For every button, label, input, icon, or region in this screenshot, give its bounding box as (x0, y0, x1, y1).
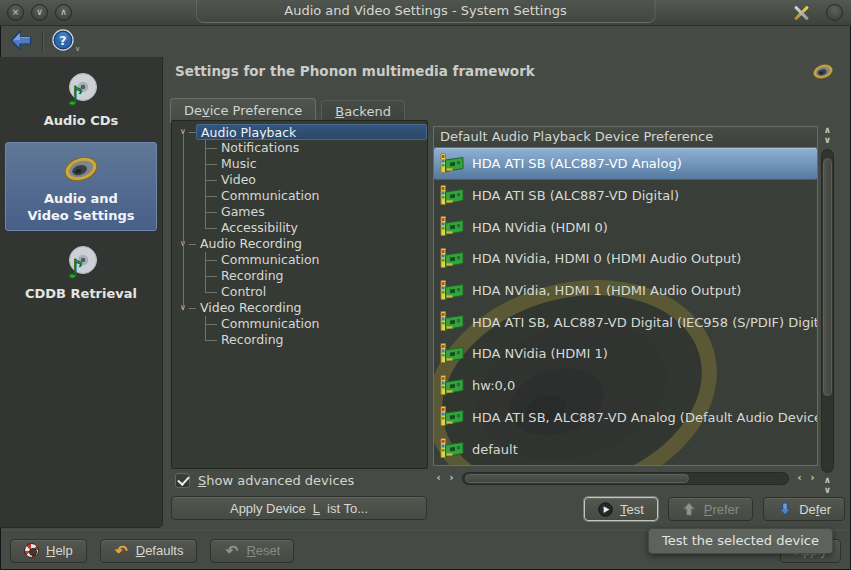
tree-item-notifications[interactable]: Notifications (205, 140, 427, 156)
device-label: HDA ATI SB, ALC887-VD Analog (Default Au… (472, 410, 817, 425)
svg-text:♪: ♪ (67, 254, 84, 283)
defer-button[interactable]: Defer (763, 497, 845, 521)
tree-group-label[interactable]: Audio Playback (196, 124, 427, 140)
horizontal-scrollbar[interactable]: ‹ › ‹ › (433, 470, 818, 486)
tree-group[interactable]: ∨Audio Recording (172, 236, 427, 252)
tooltip: Test the selected device (648, 528, 833, 554)
toolbar-separator (42, 32, 43, 52)
cd-icon: ♪ (61, 72, 101, 110)
tree-item-games[interactable]: Games (205, 204, 427, 220)
device-label: HDA NVidia (HDMI 0) (472, 220, 608, 235)
defaults-button[interactable]: ↶Defaults (100, 539, 198, 563)
tree-group-label[interactable]: Audio Recording (196, 236, 427, 252)
device-row[interactable]: HDA ATI SB (ALC887-VD Digital) (434, 180, 817, 212)
close-icon[interactable]: × (7, 4, 24, 21)
category-tree[interactable]: ∨Audio PlaybackNotificationsMusicVideoCo… (171, 120, 428, 469)
tree-item-control[interactable]: Control (205, 284, 427, 300)
device-row[interactable]: HDA ATI SB, ALC887-VD Digital (IEC958 (S… (434, 306, 817, 338)
device-rows: HDA ATI SB (ALC887-VD Analog)HDA ATI SB … (434, 148, 817, 466)
sidebar-item-audio-and-video-settings[interactable]: Audio and Video Settings (5, 142, 157, 231)
scroll-down-icon[interactable]: ∨ (820, 136, 835, 146)
tree-guide (189, 244, 196, 245)
device-list-header: Default Audio Playback Device Preference (434, 127, 817, 148)
toolbar: ? ∨ (0, 26, 851, 57)
tree-item-communication[interactable]: Communication (205, 252, 427, 268)
tree-item-communication[interactable]: Communication (205, 188, 427, 204)
device-label: HDA NVidia, HDMI 1 (HDMI Audio Output) (472, 283, 741, 298)
scroll-right-icon[interactable]: › (446, 471, 457, 485)
scroll-left-icon[interactable]: ‹ (433, 471, 444, 485)
device-row[interactable]: HDA NVidia, HDMI 1 (HDMI Audio Output) (434, 275, 817, 307)
device-row[interactable]: HDA ATI SB (ALC887-VD Analog) (434, 148, 817, 180)
scroll-down-icon[interactable]: ∨ (820, 486, 835, 496)
tree-guide (189, 308, 196, 309)
device-label: HDA ATI SB, ALC887-VD Digital (IEC958 (S… (472, 315, 817, 330)
soundcard-icon (438, 215, 464, 239)
caret-down-icon: ∨ (75, 45, 80, 53)
help-contents-icon: ? (52, 29, 74, 54)
sidebar-item-label: Audio and Video Settings (25, 191, 137, 224)
device-row[interactable]: HDA NVidia (HDMI 1) (434, 338, 817, 370)
horizontal-scrollbar-thumb[interactable] (465, 474, 689, 483)
apply-device-list-to-button[interactable]: Apply Device List To... (171, 496, 427, 520)
window-menu-button[interactable] (826, 4, 843, 21)
tree-children: CommunicationRecordingControl (205, 252, 427, 300)
button-label: Defer (799, 502, 831, 517)
checkbox-checked-icon[interactable] (175, 473, 190, 488)
device-row[interactable]: HDA ATI SB, ALC887-VD Analog (Default Au… (434, 402, 817, 434)
soundcard-icon (438, 247, 464, 271)
button-label: Defaults (136, 543, 184, 558)
sidebar-item-cddb-retrieval[interactable]: ♪CDDB Retrieval (5, 237, 157, 309)
test-button[interactable]: Test (584, 497, 658, 521)
help-button[interactable]: Help (10, 539, 87, 563)
tree-item-music[interactable]: Music (205, 156, 427, 172)
tree-item-accessibility[interactable]: Accessibility (205, 220, 427, 236)
tree-group-label[interactable]: Video Recording (196, 300, 427, 316)
shade-up-icon[interactable]: ∧ (55, 4, 72, 21)
scroll-left-icon[interactable]: ‹ (794, 471, 805, 485)
device-row[interactable]: hw:0,0 (434, 370, 817, 402)
sidebar-item-audio-cds[interactable]: ♪Audio CDs (5, 64, 157, 136)
main-area: ♪Audio CDsAudio and Video Settings♪CDDB … (0, 57, 851, 530)
tree-group[interactable]: ∨Video Recording (172, 300, 427, 316)
device-label: HDA NVidia, HDMI 0 (HDMI Audio Output) (472, 251, 741, 266)
device-row[interactable]: default (434, 433, 817, 465)
horizontal-scrollbar-track[interactable] (462, 472, 789, 485)
page-title: Settings for the Phonon multimedia frame… (175, 63, 535, 79)
button-label: Reset (246, 543, 280, 558)
device-list[interactable]: Default Audio Playback Device Preference… (433, 126, 818, 466)
show-advanced-devices[interactable]: Show advanced devices (175, 473, 354, 488)
device-row[interactable]: HDA NVidia, HDMI 0 (HDMI Audio Output) (434, 243, 817, 275)
tree-item-recording[interactable]: Recording (205, 268, 427, 284)
device-label: HDA ATI SB (ALC887-VD Digital) (472, 188, 679, 203)
back-button[interactable] (9, 29, 33, 55)
content: Settings for the Phonon multimedia frame… (163, 57, 851, 530)
device-row[interactable]: HDA NVidia (HDMI 0) (434, 211, 817, 243)
configure-tools-icon[interactable] (791, 3, 811, 23)
speaker-icon (810, 62, 836, 81)
tree-item-recording[interactable]: Recording (205, 332, 427, 348)
tree-item-video[interactable]: Video (205, 172, 427, 188)
tree-guide (189, 132, 196, 133)
help-button[interactable]: ? ∨ (52, 29, 80, 54)
sidebar-item-label: Audio CDs (25, 113, 137, 129)
button-label: Help (46, 543, 73, 558)
cd-icon: ♪ (61, 245, 101, 283)
svg-text:♪: ♪ (67, 81, 84, 110)
tree-item-communication[interactable]: Communication (205, 316, 427, 332)
titlebar[interactable]: × ∨ ∧ Audio and Video Settings - System … (0, 0, 851, 26)
device-label: HDA NVidia (HDMI 1) (472, 346, 608, 361)
prefer-button[interactable]: Prefer (668, 497, 753, 521)
tree-root-guide (183, 133, 184, 307)
window-title: Audio and Video Settings - System Settin… (195, 0, 655, 23)
scroll-right-icon[interactable]: › (807, 471, 818, 485)
tree-children: CommunicationRecording (205, 316, 427, 348)
vertical-scrollbar-track[interactable] (821, 149, 834, 473)
soundcard-icon (438, 437, 464, 461)
shade-down-icon[interactable]: ∨ (31, 4, 48, 21)
vertical-scrollbar[interactable]: ∧ ∨ ∧ ∨ (820, 126, 835, 496)
reset-button[interactable]: ↶Reset (210, 539, 294, 563)
sidebar-item-label: CDDB Retrieval (25, 286, 137, 302)
vertical-scrollbar-thumb[interactable] (823, 158, 832, 396)
tree-group[interactable]: ∨Audio Playback (172, 124, 427, 140)
